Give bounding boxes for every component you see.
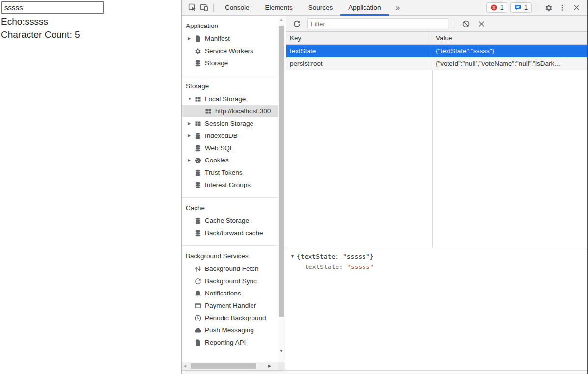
delete-selected-icon[interactable]	[476, 18, 487, 29]
tab-elements[interactable]: Elements	[257, 0, 301, 16]
vertical-scrollbar-thumb[interactable]	[279, 26, 284, 317]
clear-all-icon[interactable]	[460, 18, 472, 29]
character-count-text: Character Count: 5	[1, 29, 80, 40]
issues-count: 1	[524, 4, 528, 11]
key-column-header[interactable]: Key	[286, 32, 432, 44]
section-title: Application	[182, 16, 278, 32]
status-badges: 1 1	[486, 2, 532, 13]
sidebar-item-label: Session Storage	[205, 120, 253, 127]
devtools-toolbar: Console Elements Sources Application » 1…	[182, 0, 588, 16]
database-icon	[194, 181, 202, 189]
devtools-bottom-edge	[182, 370, 588, 374]
sidebar-item-manifest[interactable]: ▶ Manifest	[182, 32, 278, 45]
sidebar-vertical-scrollbar[interactable]: ▲ ▼	[278, 16, 285, 370]
preview-property-value: "sssss"	[347, 263, 374, 270]
table-empty-area	[286, 70, 588, 248]
value-column-header[interactable]: Value	[432, 32, 588, 44]
sidebar-item-label: Reporting API	[205, 339, 246, 346]
table-row-persist-root[interactable]: persist:root {"voteId":"null","voteName"…	[286, 57, 588, 70]
sidebar-item-background-sync[interactable]: Background Sync	[182, 275, 278, 287]
sidebar-item-web-sql[interactable]: Web SQL	[182, 142, 278, 154]
local-storage-panel: Key Value textState {"textState":"sssss"…	[286, 16, 588, 370]
sidebar-item-notifications[interactable]: Notifications	[182, 287, 278, 299]
table-row-textstate[interactable]: textState {"textState":"sssss"}	[286, 45, 588, 57]
sidebar-item-label: Cookies	[205, 157, 229, 164]
sidebar-item-label: Background Sync	[205, 277, 257, 285]
sidebar-item-session-storage[interactable]: ▶ Session Storage	[182, 117, 278, 130]
message-bubble-icon	[514, 4, 522, 11]
sidebar-item-push-messaging[interactable]: Push Messaging	[182, 324, 278, 336]
scroll-up-arrow-icon[interactable]: ▲	[278, 17, 285, 22]
row-value: {"textState":"sssss"}	[432, 45, 588, 57]
sidebar-section-application: Application ▶ Manifest Service Workers S…	[182, 16, 278, 76]
column-divider	[432, 70, 433, 248]
sidebar-item-label: Interest Groups	[205, 181, 251, 188]
tab-console[interactable]: Console	[217, 0, 257, 16]
close-devtools-icon[interactable]	[570, 2, 582, 14]
sidebar-item-trust-tokens[interactable]: Trust Tokens	[182, 166, 278, 179]
database-icon	[194, 132, 202, 140]
chevron-right-icon: ▶	[188, 158, 194, 162]
sidebar-item-reporting-api[interactable]: Reporting API	[182, 336, 278, 348]
sidebar-item-label: IndexedDB	[205, 132, 238, 139]
echo-text: Echo:sssss	[1, 16, 48, 27]
sidebar-item-localhost-storage[interactable]: http://localhost:300	[182, 105, 278, 117]
horizontal-scrollbar-thumb[interactable]	[191, 363, 256, 369]
sidebar-item-indexeddb[interactable]: ▶ IndexedDB	[182, 130, 278, 142]
document-icon	[194, 339, 202, 347]
scroll-down-arrow-icon[interactable]: ▼	[278, 349, 285, 353]
bell-icon	[194, 290, 202, 297]
sidebar-item-label: Local Storage	[205, 95, 246, 103]
row-value: {"voteId":"null","voteName":"null","isDa…	[432, 57, 588, 70]
sidebar-section-cache: Cache Cache Storage Back/forward cache	[182, 197, 278, 245]
error-badge[interactable]: 1	[486, 2, 507, 13]
cloud-icon	[194, 326, 202, 334]
sidebar-item-local-storage[interactable]: ▼ Local Storage	[182, 93, 278, 105]
kebab-menu-icon[interactable]	[557, 2, 568, 14]
sidebar-item-service-workers[interactable]: Service Workers	[182, 45, 278, 57]
filter-input[interactable]	[307, 18, 448, 29]
table-icon	[194, 95, 202, 103]
settings-gear-icon[interactable]	[543, 2, 555, 14]
section-title: Storage	[182, 76, 278, 93]
sidebar-item-cookies[interactable]: ▶ Cookies	[182, 154, 278, 166]
cookie-icon	[194, 157, 202, 164]
sidebar-section-storage: Storage ▼ Local Storage http://localhost…	[182, 76, 278, 197]
toolbar-divider	[454, 19, 454, 28]
sidebar-item-label: Manifest	[205, 35, 230, 42]
error-count: 1	[500, 4, 504, 11]
sidebar-item-periodic-background-sync[interactable]: Periodic Background	[182, 312, 278, 324]
sidebar-item-label: Storage	[205, 59, 228, 67]
sidebar-item-interest-groups[interactable]: Interest Groups	[182, 179, 278, 191]
web-page: Echo:sssss Character Count: 5	[0, 0, 181, 374]
device-toolbar-icon[interactable]	[198, 2, 210, 14]
preview-object-text: {textState: "sssss"}	[297, 251, 374, 262]
credit-card-icon	[194, 302, 202, 310]
database-icon	[194, 144, 202, 152]
sidebar-horizontal-scrollbar[interactable]: ◀ ▶	[182, 362, 278, 370]
sidebar-item-cache-storage[interactable]: Cache Storage	[182, 214, 278, 227]
scroll-left-arrow-icon[interactable]: ◀	[183, 364, 186, 368]
tab-sources[interactable]: Sources	[301, 0, 341, 16]
scroll-right-arrow-icon[interactable]: ▶	[268, 364, 271, 368]
sidebar-item-payment-handler[interactable]: Payment Handler	[182, 299, 278, 312]
chevron-right-icon: ▶	[188, 134, 194, 138]
up-down-arrows-icon	[194, 265, 202, 273]
refresh-icon[interactable]	[291, 18, 303, 29]
document-icon	[194, 35, 202, 43]
sidebar-item-label: Service Workers	[205, 47, 253, 54]
sidebar-item-label: Periodic Background	[205, 314, 266, 321]
sidebar-item-label: Back/forward cache	[205, 229, 263, 237]
inspect-element-icon[interactable]	[186, 2, 198, 14]
disclosure-down-icon[interactable]: ▼	[290, 251, 297, 262]
sidebar-item-label: Web SQL	[205, 144, 233, 152]
echo-text-input[interactable]	[1, 1, 104, 14]
issues-badge[interactable]: 1	[510, 2, 532, 13]
sidebar-item-storage[interactable]: Storage	[182, 57, 278, 69]
more-tabs-chevron-icon[interactable]: »	[395, 3, 400, 12]
sidebar-item-background-fetch[interactable]: Background Fetch	[182, 263, 278, 275]
sidebar-item-label: Push Messaging	[205, 326, 254, 334]
sidebar-item-back-forward-cache[interactable]: Back/forward cache	[182, 227, 278, 239]
tab-application[interactable]: Application	[340, 0, 389, 16]
storage-filter-toolbar	[286, 16, 588, 32]
